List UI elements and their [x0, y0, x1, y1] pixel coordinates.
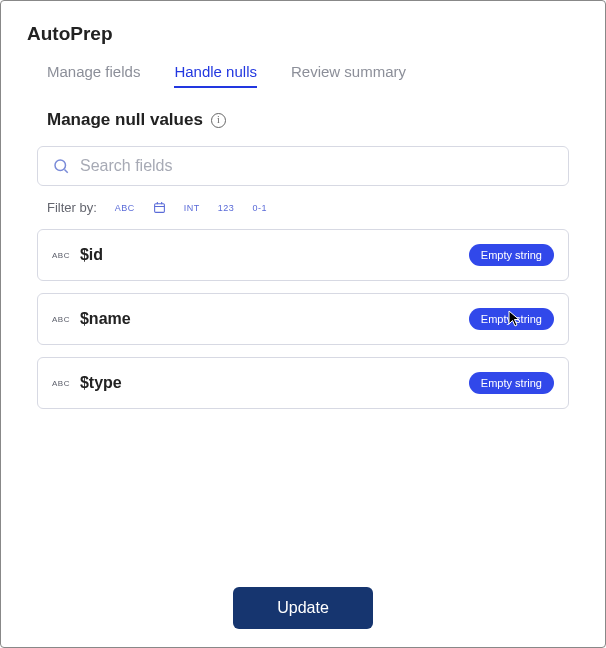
field-name: $id: [80, 246, 459, 264]
tab-manage-fields[interactable]: Manage fields: [47, 63, 140, 88]
filter-chip-date[interactable]: [153, 201, 166, 214]
tab-review-summary[interactable]: Review summary: [291, 63, 406, 88]
field-row[interactable]: ABC$nameEmpty string: [37, 293, 569, 345]
tabs: Manage fieldsHandle nullsReview summary: [27, 63, 579, 88]
filter-chip-01[interactable]: 0-1: [252, 203, 267, 213]
search-input[interactable]: [80, 157, 554, 175]
filter-label: Filter by:: [47, 200, 97, 215]
filter-row: Filter by: ABC INT 123 0-1: [31, 200, 575, 215]
app-title: AutoPrep: [27, 23, 579, 45]
calendar-icon: [153, 201, 166, 214]
field-name: $name: [80, 310, 459, 328]
field-row[interactable]: ABC$idEmpty string: [37, 229, 569, 281]
field-type-badge: ABC: [52, 251, 70, 260]
svg-point-0: [55, 160, 66, 171]
null-handling-pill[interactable]: Empty string: [469, 244, 554, 266]
footer: Update: [27, 575, 579, 629]
info-icon[interactable]: i: [211, 113, 226, 128]
content-area: Filter by: ABC INT 123 0-1 ABC$idEmpty s…: [27, 146, 579, 409]
filter-chip-123[interactable]: 123: [218, 203, 235, 213]
null-handling-pill[interactable]: Empty string: [469, 372, 554, 394]
filter-chip-abc[interactable]: ABC: [115, 203, 135, 213]
null-handling-pill[interactable]: Empty string: [469, 308, 554, 330]
field-row[interactable]: ABC$typeEmpty string: [37, 357, 569, 409]
update-button[interactable]: Update: [233, 587, 373, 629]
svg-rect-2: [154, 204, 164, 213]
field-type-badge: ABC: [52, 315, 70, 324]
field-type-badge: ABC: [52, 379, 70, 388]
section-header: Manage null values i: [27, 110, 579, 130]
search-field-wrap[interactable]: [37, 146, 569, 186]
section-title: Manage null values: [47, 110, 203, 130]
filter-chip-int[interactable]: INT: [184, 203, 200, 213]
search-icon: [52, 157, 70, 175]
field-name: $type: [80, 374, 459, 392]
svg-line-1: [64, 169, 67, 172]
tab-handle-nulls[interactable]: Handle nulls: [174, 63, 257, 88]
field-list: ABC$idEmpty stringABC$nameEmpty stringAB…: [31, 229, 575, 409]
